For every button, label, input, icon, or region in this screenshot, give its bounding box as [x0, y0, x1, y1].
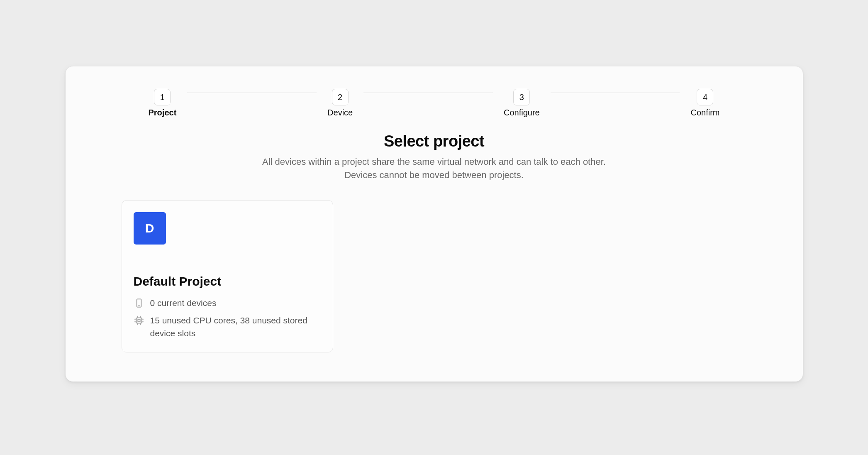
step-device[interactable]: 2 Device: [327, 89, 353, 117]
page-heading: Select project All devices within a proj…: [90, 132, 778, 182]
step-connector: [551, 93, 680, 93]
project-avatar: D: [134, 212, 166, 245]
page-title: Select project: [90, 132, 778, 150]
devices-stat-text: 0 current devices: [150, 297, 217, 309]
wizard-panel: 1 Project 2 Device 3 Configure 4 Confirm…: [66, 66, 803, 382]
stepper: 1 Project 2 Device 3 Configure 4 Confirm: [90, 89, 778, 117]
step-label: Configure: [504, 108, 540, 117]
subtitle-line-1: All devices within a project share the s…: [262, 157, 606, 167]
cpu-icon: [134, 315, 144, 326]
resources-stat-text: 15 unused CPU cores, 38 unused stored de…: [150, 314, 321, 340]
step-label: Device: [327, 108, 353, 117]
step-connector: [187, 93, 317, 93]
project-card-grid: D Default Project 0 current devices: [90, 200, 778, 352]
step-configure[interactable]: 3 Configure: [504, 89, 540, 117]
project-card[interactable]: D Default Project 0 current devices: [122, 200, 333, 352]
step-label: Project: [149, 108, 177, 117]
subtitle-line-2: Devices cannot be moved between projects…: [344, 170, 524, 180]
step-badge: 1: [154, 89, 171, 105]
step-confirm[interactable]: 4 Confirm: [690, 89, 719, 117]
svg-rect-2: [136, 318, 141, 323]
project-name: Default Project: [134, 274, 321, 289]
step-connector: [363, 93, 493, 93]
page-subtitle: All devices within a project share the s…: [90, 155, 778, 182]
devices-stat: 0 current devices: [134, 297, 321, 309]
svg-rect-3: [138, 320, 140, 322]
step-badge: 4: [697, 89, 713, 105]
step-badge: 3: [513, 89, 530, 105]
step-badge: 2: [332, 89, 349, 105]
step-project[interactable]: 1 Project: [149, 89, 177, 117]
device-icon: [134, 298, 144, 308]
resources-stat: 15 unused CPU cores, 38 unused stored de…: [134, 314, 321, 340]
step-label: Confirm: [690, 108, 719, 117]
